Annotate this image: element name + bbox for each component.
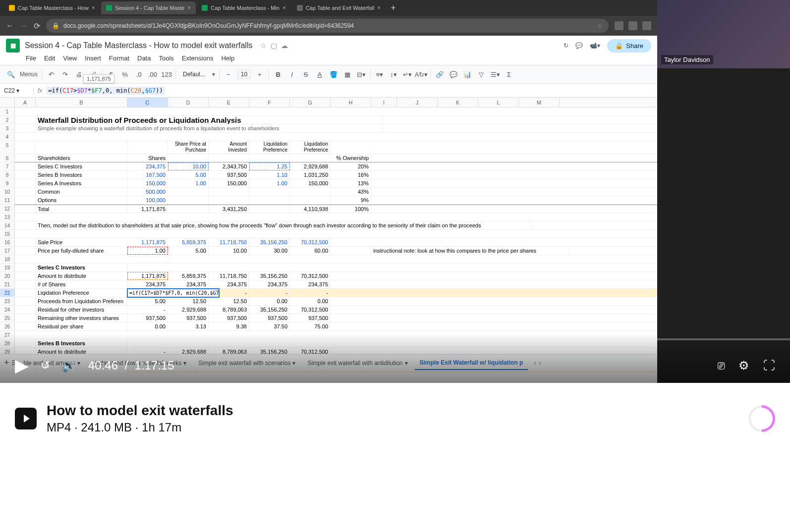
- play-button[interactable]: ▶: [15, 355, 29, 376]
- menu-view[interactable]: View: [63, 54, 77, 62]
- browser-tab-bar: Cap Table Masterclass - How× Session 4 -…: [0, 0, 657, 16]
- formula-input[interactable]: =if(C17>$D7*$F7,0, min(C20,$G7)): [46, 87, 165, 95]
- filter-views-button[interactable]: ☰▾: [490, 69, 500, 79]
- extension-icon[interactable]: [628, 21, 637, 30]
- decrease-decimal-button[interactable]: .0: [134, 69, 144, 79]
- progress-indicator[interactable]: [748, 405, 775, 432]
- col-header[interactable]: H: [331, 98, 371, 107]
- sheets-icon: [202, 5, 208, 11]
- format-123-button[interactable]: 123: [162, 69, 171, 79]
- cast-icon[interactable]: ⎚: [718, 359, 725, 372]
- sheets-logo-icon[interactable]: ▦: [6, 39, 20, 53]
- col-header[interactable]: I: [371, 98, 397, 107]
- close-icon[interactable]: ×: [187, 4, 191, 11]
- presenter-name: Taylor Davidson: [661, 55, 713, 64]
- menu-edit[interactable]: Edit: [44, 54, 55, 62]
- col-header[interactable]: L: [478, 98, 519, 107]
- print-button[interactable]: 🖨: [74, 69, 84, 79]
- filter-button[interactable]: ▽: [476, 69, 486, 79]
- halign-button[interactable]: ≡▾: [375, 69, 385, 79]
- cell-reference[interactable]: C22 ▾: [0, 87, 34, 94]
- increase-font-button[interactable]: +: [255, 69, 265, 79]
- menu-help[interactable]: Help: [221, 54, 234, 62]
- col-header[interactable]: J: [397, 98, 438, 107]
- url-input[interactable]: 🔒 docs.google.com/spreadsheets/d/1Je4QGX…: [46, 19, 609, 33]
- menu-tools[interactable]: Tools: [159, 54, 173, 62]
- menu-extensions[interactable]: Extensions: [182, 54, 214, 62]
- bold-button[interactable]: B: [273, 69, 283, 79]
- browser-tab[interactable]: Session 4 - Cap Table Maste×: [101, 1, 196, 14]
- new-tab-button[interactable]: +: [391, 3, 396, 13]
- col-header[interactable]: G: [290, 98, 331, 107]
- col-header[interactable]: M: [519, 98, 560, 107]
- fill-color-button[interactable]: 🪣: [329, 69, 339, 79]
- col-header[interactable]: F: [249, 98, 290, 107]
- font-select[interactable]: Defaul...: [180, 71, 208, 78]
- col-header[interactable]: A: [15, 98, 36, 107]
- grid-subtitle: Simple example showing a waterfall distr…: [36, 124, 383, 132]
- functions-button[interactable]: Σ: [504, 69, 514, 79]
- close-icon[interactable]: ×: [282, 4, 286, 11]
- menu-data[interactable]: Data: [137, 54, 151, 62]
- col-header[interactable]: B: [36, 98, 127, 107]
- menu-format[interactable]: Format: [109, 54, 129, 62]
- italic-button[interactable]: I: [287, 69, 297, 79]
- increase-decimal-button[interactable]: .00: [148, 69, 158, 79]
- redo-button[interactable]: ↷: [60, 69, 70, 79]
- extension-icon[interactable]: [642, 21, 651, 30]
- percent-button[interactable]: %: [120, 69, 130, 79]
- history-icon[interactable]: ↻: [564, 42, 568, 49]
- strike-button[interactable]: S: [301, 69, 311, 79]
- chevron-down-icon[interactable]: ▾: [212, 71, 215, 78]
- comment-button[interactable]: 💬: [449, 69, 458, 79]
- share-button[interactable]: 🔒 Share: [607, 39, 651, 53]
- close-icon[interactable]: ×: [377, 4, 381, 11]
- video-time: 40:46 / 1:17:15: [88, 359, 174, 372]
- close-icon[interactable]: ×: [92, 4, 95, 11]
- browser-tab[interactable]: Cap Table Masterclass - How×: [4, 1, 100, 14]
- reload-button[interactable]: ⟳: [34, 21, 40, 31]
- menus-label[interactable]: Menus: [20, 71, 38, 78]
- move-icon[interactable]: ▢: [271, 42, 277, 50]
- col-header[interactable]: K: [438, 98, 478, 107]
- cloud-icon[interactable]: ☁: [281, 42, 288, 50]
- rotate-button[interactable]: A↻▾: [416, 69, 426, 79]
- text-color-button[interactable]: A: [315, 69, 325, 79]
- doc-icon: [297, 5, 303, 11]
- star-icon[interactable]: ☆: [260, 42, 267, 50]
- fullscreen-icon[interactable]: ⛶: [763, 359, 775, 372]
- video-controls: ▶ ↺10 🔊 40:46 / 1:17:15 ⎚ ⚙ ⛶: [0, 333, 790, 383]
- col-header[interactable]: C: [127, 98, 168, 107]
- comment-icon[interactable]: 💬: [575, 42, 583, 49]
- tab-label: Cap Table and Exit Waterfall: [306, 5, 374, 11]
- meet-icon[interactable]: 📹▾: [590, 42, 600, 49]
- borders-button[interactable]: ▦: [342, 69, 352, 79]
- search-menus-icon[interactable]: 🔍: [6, 69, 16, 79]
- col-header[interactable]: E: [209, 98, 249, 107]
- extension-icons: [615, 21, 651, 30]
- menu-insert[interactable]: Insert: [85, 54, 101, 62]
- col-header[interactable]: D: [168, 98, 209, 107]
- menu-file[interactable]: File: [26, 54, 36, 62]
- grid-title: Waterfall Distribution of Proceeds or Li…: [36, 116, 383, 124]
- browser-tab[interactable]: Cap Table and Exit Waterfall×: [292, 1, 386, 14]
- font-size-input[interactable]: 10: [237, 70, 251, 79]
- valign-button[interactable]: ↕▾: [389, 69, 398, 79]
- menu-bar: File Edit View Insert Format Data Tools …: [6, 53, 651, 65]
- undo-button[interactable]: ↶: [46, 69, 56, 79]
- document-title[interactable]: Session 4 - Cap Table Masterclass - How …: [25, 41, 252, 50]
- back-button[interactable]: ←: [6, 21, 14, 30]
- volume-button[interactable]: 🔊: [61, 359, 76, 372]
- decrease-font-button[interactable]: −: [224, 69, 233, 79]
- browser-tab[interactable]: Cap Table Masterclass - Min×: [197, 1, 291, 14]
- link-button[interactable]: 🔗: [435, 69, 445, 79]
- bookmark-icon[interactable]: ☆: [597, 22, 603, 29]
- forward-button[interactable]: →: [20, 21, 28, 30]
- merge-button[interactable]: ⊟▾: [356, 69, 366, 79]
- wrap-button[interactable]: ↵▾: [402, 69, 412, 79]
- chart-button[interactable]: 📊: [462, 69, 472, 79]
- rewind-button[interactable]: ↺10: [41, 359, 50, 372]
- tab-label: Cap Table Masterclass - How: [18, 5, 89, 11]
- settings-icon[interactable]: ⚙: [738, 359, 749, 372]
- extension-icon[interactable]: [615, 21, 623, 30]
